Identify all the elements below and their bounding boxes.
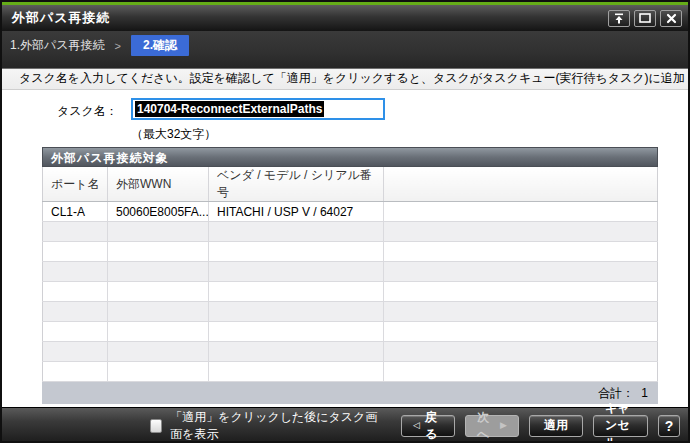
action-bar: 「適用」をクリックした後にタスク画面を表示 ◁ 戻る 次へ ▶ 適用 キャンセル… <box>2 407 688 443</box>
task-name-input[interactable]: 140704-ReconnectExternalPaths <box>131 98 385 120</box>
total-label: 合計： <box>598 385 634 402</box>
title-bar: 外部パス再接続 <box>2 2 688 31</box>
cell-port-name: CL1-A <box>43 202 108 222</box>
apply-button-label: 適用 <box>544 417 568 434</box>
close-button[interactable] <box>660 10 682 27</box>
table-empty-row <box>43 342 658 362</box>
cell-vendor-model-serial: HITACHI / USP V / 64027 <box>209 202 384 222</box>
cell-spacer <box>384 202 658 222</box>
column-header-spacer <box>384 167 658 202</box>
show-task-screen-option: 「適用」をクリックした後にタスク画面を表示 <box>150 409 389 443</box>
task-name-value: 140704-ReconnectExternalPaths <box>135 101 324 117</box>
cell-external-wwn: 50060E8005FA... <box>108 202 209 222</box>
table-row[interactable]: CL1-A 50060E8005FA... HITACHI / USP V / … <box>43 202 658 222</box>
column-header-port-name[interactable]: ポート名 <box>43 167 108 202</box>
back-button-label: 戻る <box>425 409 443 443</box>
table-footer: 合計： 1 <box>42 382 658 404</box>
total-value: 1 <box>641 386 648 400</box>
dock-button[interactable] <box>608 10 630 27</box>
maximize-button[interactable] <box>634 10 656 27</box>
back-triangle-icon: ◁ <box>413 421 420 430</box>
table-empty-row <box>43 302 658 322</box>
show-task-screen-checkbox[interactable] <box>150 419 162 433</box>
apply-button[interactable]: 適用 <box>529 415 583 437</box>
dialog-body: タスク名： 140704-ReconnectExternalPaths （最大3… <box>2 90 688 407</box>
breadcrumb-separator-icon: > <box>115 40 121 52</box>
table-title: 外部パス再接続対象 <box>42 147 658 167</box>
table-empty-row <box>43 242 658 262</box>
table-empty-row <box>43 262 658 282</box>
breadcrumb-band: 1.外部パス再接続 > 2.確認 <box>2 31 688 68</box>
breadcrumb-step-current: 2.確認 <box>131 35 189 56</box>
back-button[interactable]: ◁ 戻る <box>401 415 455 437</box>
table-empty-row <box>43 282 658 302</box>
cancel-button[interactable]: キャンセル <box>593 415 648 437</box>
column-header-vendor-model-serial[interactable]: ベンダ / モデル / シリアル番号 <box>209 167 384 202</box>
help-button-label: ? <box>665 418 674 434</box>
task-name-label: タスク名： <box>57 103 118 120</box>
reconnect-target-table: 外部パス再接続対象 ポート名 外部WWN ベンダ / モデル / シリアル番号 … <box>42 147 658 404</box>
maximize-icon <box>639 13 651 23</box>
table-header-row: ポート名 外部WWN ベンダ / モデル / シリアル番号 <box>43 167 658 202</box>
breadcrumb: 1.外部パス再接続 > 2.確認 <box>2 31 688 56</box>
close-icon <box>666 13 677 24</box>
show-task-screen-label: 「適用」をクリックした後にタスク画面を表示 <box>170 409 389 443</box>
help-button[interactable]: ? <box>658 415 680 437</box>
breadcrumb-step-1: 1.外部パス再接続 <box>10 37 105 54</box>
table-empty-row <box>43 222 658 242</box>
dialog-title: 外部パス再接続 <box>2 9 111 27</box>
task-name-max-length-hint: （最大32文字） <box>131 126 216 143</box>
cancel-button-label: キャンセル <box>605 400 636 443</box>
column-header-external-wwn[interactable]: 外部WWN <box>108 167 209 202</box>
dock-up-arrow-icon <box>613 13 625 24</box>
next-button: 次へ ▶ <box>465 415 519 437</box>
next-triangle-icon: ▶ <box>500 421 507 430</box>
window-controls <box>608 10 688 27</box>
instruction-text: タスク名を入力してください。設定を確認して「適用」をクリックすると、タスクがタス… <box>2 68 688 90</box>
reconnect-external-paths-dialog: 外部パス再接続 1.外部パス再接続 <box>0 0 690 443</box>
next-button-label: 次へ <box>477 409 495 443</box>
dialog-buttons: ◁ 戻る 次へ ▶ 適用 キャンセル ? <box>401 415 680 437</box>
table-empty-row <box>43 362 658 382</box>
table-empty-row <box>43 322 658 342</box>
